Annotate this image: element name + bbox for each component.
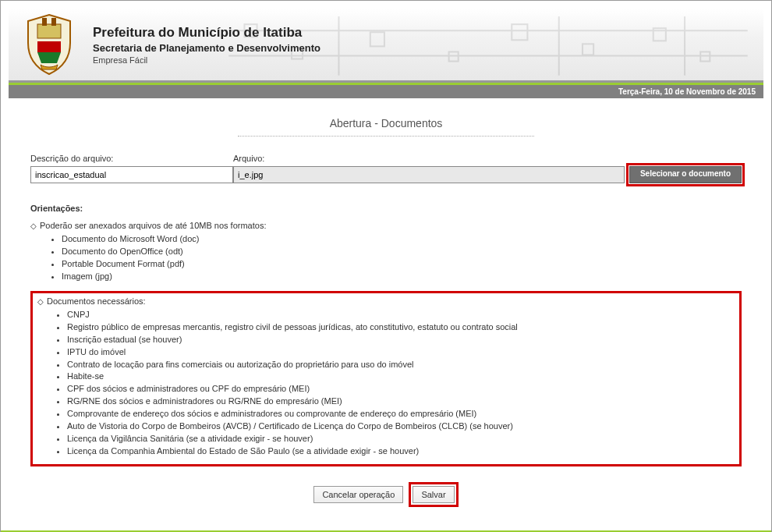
desc-label: Descrição do arquivo: (30, 154, 233, 163)
svg-rect-3 (449, 51, 459, 61)
list-item: Inscrição estadual (se houver) (67, 334, 736, 346)
list-item: CNPJ (67, 309, 736, 321)
site-header: Prefeitura do Município de Itatiba Secre… (9, 9, 763, 83)
list-item: Documento do Microsoft Word (doc) (62, 233, 742, 246)
cancel-button[interactable]: Cancelar operação (313, 486, 403, 503)
page-title: Abertura - Documentos (238, 117, 534, 137)
list-item: Licença da Vigilância Sanitária (se a at… (67, 433, 736, 445)
svg-rect-2 (370, 32, 384, 46)
svg-rect-5 (583, 44, 593, 55)
list-item: Auto de Vistoria do Corpo de Bombeiros (… (67, 420, 736, 433)
list-item: RG/RNE dos sócios e administradores ou R… (67, 395, 736, 408)
municipal-crest-icon (18, 13, 80, 76)
docs-list: CNPJRegistro público de empresas mercant… (67, 309, 736, 458)
list-item: Licença da Companhia Ambiental do Estado… (67, 445, 736, 458)
list-item: CPF dos sócios e administradores ou CPF … (67, 383, 736, 395)
docs-heading: Documentos necessários: (37, 296, 736, 306)
svg-rect-13 (37, 24, 61, 38)
svg-rect-15 (51, 18, 56, 26)
list-item: Contrato de locação para fins comerciais… (67, 359, 736, 371)
file-input[interactable] (233, 166, 625, 183)
content-area: Abertura - Documentos Descrição do arqui… (9, 98, 763, 526)
list-item: Habite-se (67, 371, 736, 383)
list-item: Registro público de empresas mercantis, … (67, 321, 736, 334)
select-document-button[interactable]: Selecionar o documento (629, 166, 742, 183)
upload-form-row: Descrição do arquivo: Arquivo: Seleciona… (30, 154, 742, 183)
header-title: Prefeitura do Município de Itatiba (93, 25, 320, 41)
svg-rect-6 (653, 28, 666, 41)
formats-list: Documento do Microsoft Word (doc)Documen… (62, 233, 742, 283)
header-module: Empresa Fácil (93, 55, 320, 65)
svg-rect-7 (700, 51, 710, 61)
save-button[interactable]: Salvar (413, 486, 454, 503)
required-docs-box: Documentos necessários: CNPJRegistro púb… (30, 291, 742, 466)
list-item: Documento do OpenOffice (odt) (62, 246, 742, 258)
list-item: IPTU do imóvel (67, 346, 736, 359)
formats-intro: Poderão ser anexados arquivos de até 10M… (30, 221, 742, 230)
svg-rect-4 (512, 24, 527, 40)
header-subtitle: Secretaria de Planejamento e Desenvolvim… (93, 42, 320, 54)
list-item: Comprovante de endereço dos sócios e adm… (67, 408, 736, 420)
action-row: Cancelar operação Salvar (30, 482, 742, 507)
date-bar: Terça-Feira, 10 de Novembro de 2015 (9, 85, 763, 98)
list-item: Portable Document Format (pdf) (62, 258, 742, 271)
list-item: Imagem (jpg) (62, 271, 742, 283)
svg-rect-14 (42, 18, 47, 26)
file-label: Arquivo: (233, 154, 625, 163)
highlight-save-button: Salvar (409, 482, 458, 507)
desc-input[interactable] (30, 166, 233, 183)
orientacoes-heading: Orientações: (30, 204, 742, 213)
